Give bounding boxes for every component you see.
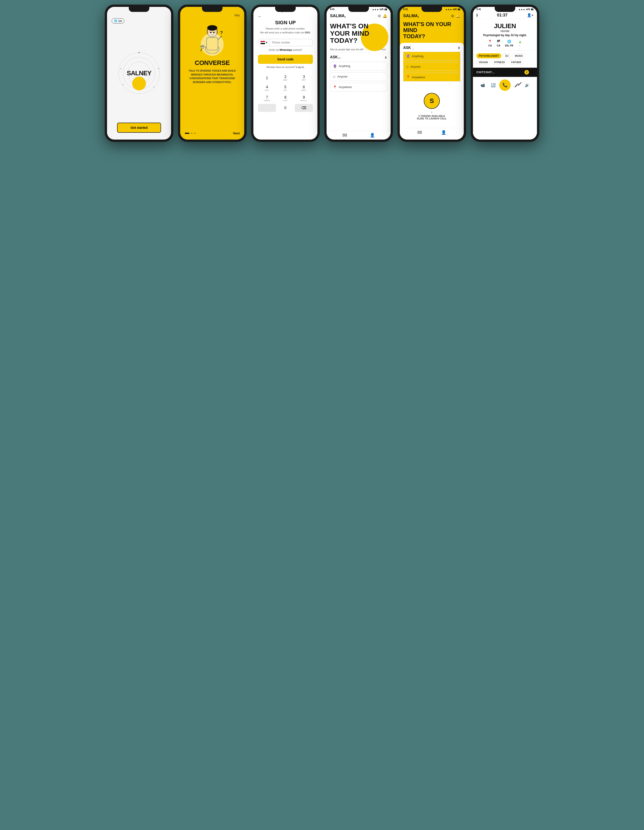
svg-text:?: ? — [220, 30, 223, 35]
call-button[interactable]: 📞 — [499, 79, 511, 91]
send-code-button[interactable]: Send code — [258, 55, 313, 64]
numpad-empty — [258, 104, 276, 112]
numpad-delete[interactable]: ⌫ — [295, 104, 313, 112]
yellow-dot — [132, 77, 146, 90]
anything-icon-5: 🔮 — [406, 54, 410, 58]
stat-flag-val: CA — [497, 44, 500, 47]
anything-label: Anything — [339, 64, 350, 68]
ask-item-anything[interactable]: 🔮 Anything — [330, 62, 387, 70]
call-timer: 01:37 — [497, 13, 508, 17]
info-icon[interactable]: ℹ — [476, 13, 478, 17]
skip-button[interactable]: Skip — [234, 14, 240, 17]
numpad-0[interactable]: 0 — [277, 104, 294, 112]
hero-line2: TODAY? — [403, 33, 460, 40]
white-section-5: ASK _ ∨ 🔮 Anything ◇ Anyone 📍 — [400, 43, 464, 139]
converse-title: CONVERSE — [195, 59, 229, 67]
ask-section: ASK... ∧ 🔮 Anything ◇ Anyone � — [327, 52, 391, 131]
battery-icon: ▮▮ — [385, 8, 387, 11]
signup-title: SIGN UP — [258, 20, 313, 25]
whatsapp-text: Verify via — [269, 49, 279, 51]
numpad-2[interactable]: 2ABC — [277, 73, 294, 83]
settings-icon-5[interactable]: ⊙ — [451, 14, 454, 18]
anywhere-label: Anywhere — [339, 86, 352, 89]
chevron-down-5[interactable]: ∨ — [457, 46, 460, 50]
phone-5: 9:41 ▲▲▲ wifi ▮▮ SALMA, ⊙ 🔔 WHAT'S ON Y — [397, 5, 466, 142]
ask-header-5: ASK _ ∨ — [403, 46, 460, 50]
stat-lang-val: EN, FR — [505, 44, 513, 47]
notch-5 — [421, 7, 442, 12]
tag-vegan: VEGAN — [476, 60, 491, 65]
stat-other: 🍃 - — [518, 40, 522, 47]
ask-item-anywhere[interactable]: 📍 Anywhere — [330, 83, 387, 92]
numpad-9[interactable]: 9WXYZ — [295, 93, 313, 103]
user-greeting: SALMA, — [330, 14, 346, 18]
header-icons-5: ⊙ 🔔 — [451, 14, 460, 18]
lang-button[interactable]: 🌐 EN — [112, 18, 124, 24]
numpad-4[interactable]: 4GHI — [258, 83, 276, 93]
numpad-1[interactable]: 1 — [258, 73, 276, 83]
chitchat-chevron[interactable]: ∧ — [531, 70, 533, 74]
phone-input-row[interactable]: ▾ — [258, 39, 313, 46]
nav-community-icon[interactable]: 88 — [342, 133, 347, 138]
bell-icon-5[interactable]: 🔔 — [456, 14, 460, 18]
settings-icon[interactable]: ⊙ — [378, 14, 381, 18]
phone-input[interactable] — [270, 39, 313, 46]
ask-item-anyone[interactable]: ◇ Anyone — [330, 72, 387, 81]
dot-indicators — [185, 133, 196, 134]
signup-sub-line2: We will send you a verification code via — [260, 31, 304, 34]
header-icons: ⊙ 🔔 — [378, 14, 387, 18]
ask-label-5: ASK _ — [403, 46, 414, 50]
screen6-topbar: ℹ 01:37 👤+ — [473, 12, 537, 19]
whatsapp-link[interactable]: Verify via WhatsApp instead? — [258, 49, 313, 51]
ask-item-anywhere-5[interactable]: 📍 Anywhere — [403, 73, 460, 81]
nav-community-5[interactable]: 88 — [417, 130, 422, 135]
time-label: 9:41 — [330, 8, 335, 11]
get-started-button[interactable]: Get started — [117, 123, 161, 133]
nav-profile-icon[interactable]: 👤 — [370, 133, 375, 138]
ask-item-anyone-5[interactable]: ◇ Anyone — [403, 62, 460, 71]
already-account: Already have an account? Log in. — [258, 66, 313, 68]
numpad-6[interactable]: 6MNO — [295, 83, 313, 93]
profile-section: JULIEN HE/HIM Psychologist by day. DJ by… — [473, 19, 537, 51]
screen5-header: SALMA, ⊙ 🔔 — [400, 12, 464, 20]
numpad-8[interactable]: 8TUV — [277, 93, 294, 103]
dot-2 — [191, 133, 193, 134]
numpad-7[interactable]: 7PQRS — [258, 93, 276, 103]
illustration-bg-circle — [201, 33, 224, 56]
hero-line1: WHAT'S ON YOUR MIND — [403, 21, 460, 33]
hero-section: WHAT'S ON YOUR MIND TODAY? — [327, 20, 391, 46]
bell-icon[interactable]: 🔔 — [383, 14, 387, 18]
chevron-down-icon: ▾ — [266, 41, 267, 44]
back-button[interactable]: ← — [258, 14, 313, 19]
chevron-up-icon[interactable]: ∧ — [385, 55, 387, 60]
login-link[interactable]: Log in. — [296, 66, 304, 68]
mute-button[interactable]: 🎤 — [512, 81, 521, 90]
video-button[interactable]: 📹 — [478, 81, 487, 90]
add-user-icon[interactable]: 👤+ — [527, 13, 533, 17]
numpad-3[interactable]: 3DEF — [295, 73, 313, 83]
profile-name: JULIEN — [494, 22, 516, 30]
hero-text: WHAT'S ON YOUR MIND TODAY? — [330, 22, 387, 44]
svg-point-5 — [153, 87, 154, 87]
anyone-label-5: Anyone — [410, 65, 421, 68]
whatsapp-link-label[interactable]: WhatsApp — [280, 49, 292, 51]
signup-sms: SMS. — [305, 31, 311, 34]
nav-profile-5[interactable]: 👤 — [441, 130, 446, 135]
navigation-dots-row: Next — [185, 131, 240, 135]
numpad-5[interactable]: 5JKL — [277, 83, 294, 93]
country-selector[interactable]: ▾ — [258, 39, 270, 46]
suggestion-1: Why do people fight over the bill? — [330, 48, 364, 51]
notch-2 — [202, 7, 223, 12]
launch-area[interactable]: S ↓ 2 TOKENS AVAILABLE SLIDE TO LAUNCH C… — [403, 85, 460, 128]
rotate-button[interactable]: 🔄 — [489, 81, 498, 90]
hero-text-5: WHAT'S ON YOUR MIND TODAY? — [400, 20, 464, 43]
phone-2: Skip — [178, 5, 247, 142]
ask-item-anything-5[interactable]: 🔮 Anything — [403, 52, 460, 60]
anyone-label: Anyone — [337, 75, 347, 78]
chitchat-label: CHITCHAT... — [476, 71, 495, 74]
stat-lang: 🌐 EN, FR — [505, 40, 513, 47]
speaker-button[interactable]: 🔊 — [522, 81, 532, 90]
s-coin[interactable]: S — [424, 93, 440, 109]
next-button[interactable]: Next — [233, 131, 240, 135]
flag-icon: 🏴 — [497, 40, 500, 43]
